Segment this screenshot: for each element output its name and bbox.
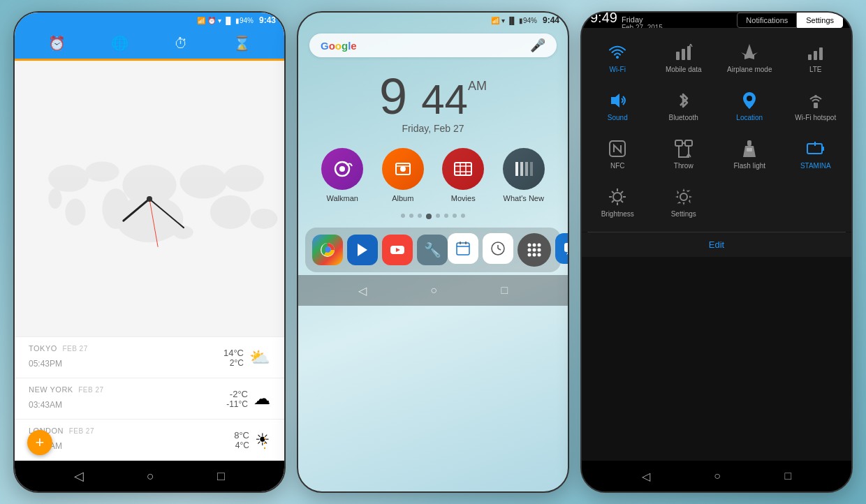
brightness-label: Brightness (601, 210, 634, 218)
home-button-phone2[interactable]: ○ (430, 284, 437, 297)
apps-icon (524, 240, 544, 260)
dot-3 (418, 214, 422, 218)
home-button-phone3[interactable]: ○ (714, 470, 721, 482)
notifications-tab-button[interactable]: Notifications (737, 13, 797, 28)
back-button-phone1[interactable]: ◁ (74, 468, 84, 484)
qs-tile-nfc[interactable]: NFC (585, 130, 651, 178)
svg-point-39 (538, 244, 541, 247)
movies-logo (452, 158, 474, 180)
movies-icon (442, 148, 484, 190)
home-button-phone1[interactable]: ○ (147, 469, 154, 484)
add-city-button[interactable]: + (27, 430, 52, 455)
dock-hangouts[interactable] (555, 233, 569, 264)
svg-point-7 (65, 199, 85, 226)
qs-tile-location[interactable]: Location (717, 82, 783, 130)
sound-label: Sound (608, 114, 628, 121)
world-map-section (15, 61, 284, 336)
qs-tile-stamina[interactable]: STAMINA (783, 130, 849, 178)
qs-tile-lte[interactable]: LTE (783, 34, 849, 82)
wifi-icon-p2: ▾ (501, 17, 505, 24)
app-dock: 🔧 (305, 228, 561, 272)
clock-tab-bar: ⏰ 🌐 ⏱ ⌛ (15, 28, 284, 61)
svg-rect-21 (515, 162, 518, 176)
tab-stopwatch[interactable]: ⏱ (174, 36, 188, 52)
album-label: Album (392, 194, 413, 202)
qs-tile-throw[interactable]: Throw (651, 130, 717, 178)
app-album[interactable]: Album (382, 148, 424, 202)
svg-rect-22 (520, 162, 523, 176)
search-bar[interactable]: Google 🎤 (309, 34, 557, 57)
lte-icon (805, 42, 826, 63)
qs-tile-wifi-hotspot[interactable]: Wi-Fi hotspot (783, 82, 849, 130)
wifi-label: Wi-Fi (610, 66, 626, 73)
qs-tile-bluetooth[interactable]: Bluetooth (651, 82, 717, 130)
qs-tile-empty1 (717, 178, 783, 226)
tab-alarm[interactable]: ⏰ (48, 35, 66, 52)
dock-calendar[interactable] (448, 233, 478, 264)
whatsnew-logo (511, 156, 536, 181)
location-label: Location (736, 114, 763, 121)
google-logo: Google (321, 40, 357, 52)
phone-home: 📶 ▾ ▐▌ ▮94% 9:44 Google 🎤 9 44AM Friday,… (297, 11, 569, 493)
nfc-label: NFC (610, 162, 625, 170)
dock-chrome[interactable] (312, 235, 343, 265)
status-icons-phone1: 📶 ⏰ ▾ ▐▌ ▮94% (197, 17, 254, 24)
youtube-icon (389, 242, 406, 258)
svg-point-4 (223, 165, 264, 192)
bottom-nav-phone1: ◁ ○ □ (15, 461, 284, 491)
settings-icon (673, 186, 694, 207)
wifi-status-icon: ▾ (218, 17, 221, 24)
svg-point-9 (251, 209, 278, 229)
svg-point-11 (48, 188, 61, 209)
bottom-nav-phone3: ◁ ○ □ (582, 461, 851, 491)
qs-tile-airplane[interactable]: Airplane mode (717, 34, 783, 82)
qs-tile-wifi[interactable]: Wi-Fi (585, 34, 651, 82)
dock-playstore[interactable] (347, 235, 378, 265)
status-bar-phone2: 📶 ▾ ▐▌ ▮94% 9:44 (298, 13, 568, 28)
whatsnew-icon (503, 148, 545, 190)
svg-line-81 (612, 200, 614, 202)
svg-point-0 (48, 165, 89, 192)
qs-tile-brightness[interactable]: Brightness (585, 178, 651, 226)
home-clock: 9 44AM Friday, Feb 27 (298, 71, 568, 134)
qs-tile-flashlight[interactable]: Flash light (717, 130, 783, 178)
svg-rect-61 (814, 103, 818, 108)
dot-6 (444, 214, 448, 218)
qs-tile-mobiledata[interactable]: Mobile data (651, 34, 717, 82)
status-icons-phone2: 📶 ▾ ▐▌ ▮94% (491, 17, 537, 24)
edit-button[interactable]: Edit (709, 239, 724, 250)
city-row-newyork: NEW YORK FEB 27 03:43AM -2°C -11°C ☁ (15, 378, 284, 420)
recents-button-phone1[interactable]: □ (217, 469, 225, 484)
mic-button[interactable]: 🎤 (530, 38, 545, 53)
dock-youtube[interactable] (382, 235, 413, 265)
movies-label: Movies (451, 194, 476, 202)
app-movies[interactable]: Movies (442, 148, 484, 202)
tab-world-clock[interactable]: 🌐 (111, 35, 129, 52)
back-button-phone3[interactable]: ◁ (642, 470, 650, 483)
sim-icon: 📶 (197, 17, 205, 24)
back-button-phone2[interactable]: ◁ (358, 284, 367, 297)
dock-clock[interactable] (483, 233, 513, 264)
dock-apps-launcher[interactable] (518, 233, 551, 267)
svg-line-80 (621, 191, 623, 193)
app-walkman[interactable]: Walkman (321, 148, 363, 202)
app-whatsnew[interactable]: What's New (503, 148, 545, 202)
qs-tile-settings[interactable]: Settings (651, 178, 717, 226)
recents-button-phone2[interactable]: □ (501, 284, 508, 297)
svg-line-78 (612, 191, 614, 193)
brightness-icon (607, 186, 628, 207)
settings-tab-button[interactable]: Settings (797, 13, 843, 28)
nfc-icon (607, 138, 628, 159)
tab-timer[interactable]: ⌛ (233, 35, 251, 52)
svg-rect-68 (747, 148, 752, 151)
wifi-hotspot-label: Wi-Fi hotspot (795, 114, 836, 121)
qs-tile-sound[interactable]: Sound (585, 82, 651, 130)
more-options-button[interactable]: ⋮ (258, 434, 272, 451)
svg-rect-57 (814, 51, 817, 60)
svg-marker-59 (611, 94, 619, 108)
recents-button-phone3[interactable]: □ (785, 470, 792, 482)
dock-tools[interactable]: 🔧 (417, 235, 448, 265)
qs-day: Friday (622, 15, 663, 24)
svg-point-42 (538, 249, 541, 252)
status-time-phone1: 9:43 (259, 15, 276, 25)
